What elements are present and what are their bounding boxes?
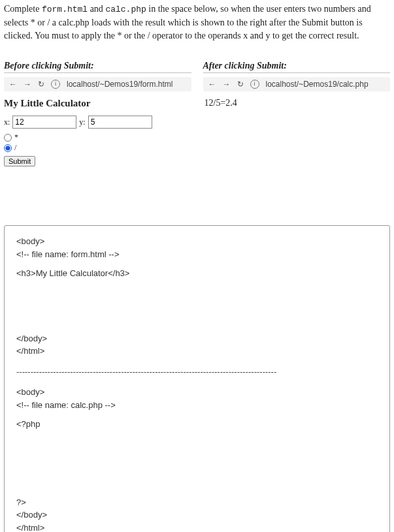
op-multiply-radio[interactable] [4,134,12,142]
nav-forward-icon[interactable]: → [24,80,31,89]
reload-icon[interactable]: ↻ [237,80,244,89]
info-icon: i [250,80,259,89]
instr-part1: Complete [4,4,42,14]
question-instructions: Complete form.html and calc.php in the s… [4,3,390,42]
x-input[interactable] [12,116,76,129]
calc-body-close: </body> [16,509,378,522]
op-multiply-row[interactable]: * [4,133,191,142]
info-icon: i [51,80,60,89]
nav-back-icon[interactable]: ← [9,80,17,89]
result-output: 12/5=2.4 [205,98,391,108]
submit-button[interactable]: Submit [4,156,35,166]
page-title: My Little Calculator [4,98,191,109]
instr-code2: calc.php [105,5,146,14]
after-heading: After clicking Submit: [203,61,391,73]
before-heading: Before clicking Submit: [4,61,191,73]
answer-box[interactable]: <body> <!-- file name: form.html --> <h3… [4,225,390,532]
browser-urlbar-after: ← → ↻ i localhost/~Demos19/calc.php [203,77,391,91]
op-divide-radio[interactable] [4,144,12,152]
php-close: ?> [16,496,378,509]
form-body-close: </body> [16,332,378,345]
after-column: After clicking Submit: ← → ↻ i localhost… [203,61,391,166]
op-divide-row[interactable]: / [4,143,191,153]
divider-dashes: ----------------------------------------… [16,366,378,379]
xy-row: x: y: [4,116,191,129]
op-divide-label: / [14,143,16,153]
reload-icon[interactable]: ↻ [38,80,44,89]
instr-part2: and [88,4,105,14]
nav-forward-icon[interactable]: → [223,80,231,89]
op-multiply-label: * [14,133,18,142]
form-comment: <!-- file name: form.html --> [16,248,378,261]
url-text-before: localhost/~Demos19/form.html [67,80,172,89]
form-h3: <h3>My Little Calculator</h3> [16,267,378,280]
calc-body-open: <body> [16,386,378,399]
form-body-open: <body> [16,235,378,248]
instr-code1: form.html [42,5,88,14]
nav-back-icon[interactable]: ← [208,80,216,89]
browser-urlbar-before: ← → ↻ i localhost/~Demos19/form.html [4,77,191,91]
before-column: Before clicking Submit: ← → ↻ i localhos… [4,61,191,166]
y-input[interactable] [88,116,152,129]
calc-html-close: </html> [16,522,378,532]
y-label: y: [79,117,85,127]
calc-comment: <!-- file name: calc.php --> [16,399,378,412]
php-open: <?php [16,418,378,431]
url-text-after: localhost/~Demos19/calc.php [266,80,369,89]
x-label: x: [4,117,10,127]
form-html-close: </html> [16,345,378,358]
